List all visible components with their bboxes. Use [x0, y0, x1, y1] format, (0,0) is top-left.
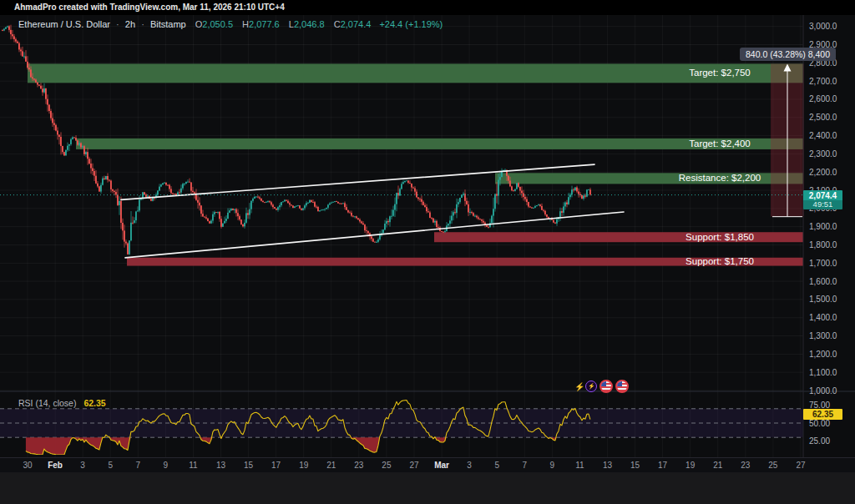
time-axis[interactable]	[0, 457, 855, 472]
time-axis-label: 21	[326, 461, 336, 470]
time-axis-label: 17	[271, 461, 281, 470]
event-markers: ⚡ ⚡	[574, 380, 631, 393]
rsi-value-badge: 62.35	[803, 409, 842, 420]
time-axis-label: 25	[382, 461, 391, 470]
time-axis-label: 11	[189, 461, 197, 470]
ohlc-high-value: 2,077.6	[249, 19, 280, 29]
symbol-title: Ethereum / U.S. Dollar	[18, 19, 110, 29]
time-axis-label: 27	[796, 461, 805, 470]
time-axis-label: 23	[741, 461, 750, 470]
price-axis-label: 2,300.0	[809, 149, 837, 159]
price-axis-label: 1,500.0	[809, 295, 837, 304]
zone-label[interactable]: Support: $1,850	[611, 231, 828, 244]
exchange-label: Bitstamp	[150, 19, 186, 29]
rsi-label: RSI (14, close)	[18, 398, 76, 408]
attribution-text: AhmadPro created with TradingView.com, M…	[14, 3, 285, 12]
zone-label[interactable]: Target: $2,750	[611, 67, 828, 79]
ohlc-high-key: H	[242, 19, 249, 29]
ohlc-low-value: 2,046.8	[294, 19, 325, 29]
price-axis-label: 1,200.0	[809, 350, 837, 359]
attribution-bar: AhmadPro created with TradingView.com, M…	[0, 0, 855, 15]
price-axis-label: 1,600.0	[809, 277, 837, 286]
interval-label: 2h	[125, 19, 135, 29]
time-axis-label: 9	[164, 461, 169, 470]
ohlc-close-key: C	[334, 19, 341, 29]
price-axis-label: 1,000.0	[809, 386, 837, 396]
time-axis-label: 19	[686, 461, 695, 470]
price-axis-label: 3,000.0	[809, 22, 837, 31]
rsi-axis-label: 50.00	[809, 419, 830, 428]
time-axis-label: 15	[244, 461, 253, 470]
price-axis-label: 1,900.0	[809, 222, 837, 231]
change-value: +24.4 (+1.19%)	[379, 19, 443, 29]
symbol-legend[interactable]: Ethereum / U.S. Dollar · 2h · Bitstamp O…	[18, 19, 443, 29]
price-axis-label: 1,400.0	[809, 313, 837, 322]
us-flag-event-icon[interactable]	[615, 380, 629, 393]
time-axis-label: 7	[522, 461, 527, 470]
zone-label[interactable]: Support: $1,750	[611, 255, 828, 268]
us-flag-event-icon[interactable]	[600, 380, 613, 393]
time-axis-label: 13	[603, 461, 612, 470]
time-axis-label: 15	[630, 461, 640, 470]
bar-countdown: 49:51	[803, 200, 842, 209]
price-axis-label: 2,600.0	[809, 94, 837, 103]
event-lightning-icon[interactable]: ⚡	[585, 381, 597, 392]
time-axis-label: 3	[80, 461, 85, 470]
last-price-badge: 2,074.4 49:51	[803, 190, 842, 209]
measure-tooltip: 840.0 (43.28%) 8,400	[740, 48, 836, 61]
price-axis-label: 2,500.0	[809, 113, 837, 122]
time-axis-label: 21	[713, 461, 722, 470]
legend-separator: ·	[116, 19, 119, 29]
time-axis-label: 7	[135, 461, 140, 470]
time-axis-label: 9	[550, 461, 555, 470]
ohlc-close-value: 2,074.4	[341, 19, 372, 29]
ohlc-open-value: 2,050.5	[202, 19, 233, 29]
zone-label[interactable]: Target: $2,400	[611, 138, 828, 150]
price-axis-label: 1,300.0	[809, 331, 837, 340]
time-axis-label: 5	[494, 461, 499, 470]
time-axis-label: 3	[467, 461, 472, 470]
footer-bar: TradingView	[0, 472, 855, 504]
time-axis-label: 25	[768, 461, 777, 470]
time-axis-label: 30	[23, 461, 32, 470]
time-axis-label: 23	[354, 461, 363, 470]
time-axis-label: 27	[409, 461, 418, 470]
time-axis-label: 13	[216, 461, 225, 470]
time-axis-label: Feb	[48, 461, 63, 470]
legend-separator: ·	[141, 19, 144, 29]
rsi-legend[interactable]: RSI (14, close) 62.35	[18, 398, 106, 408]
zone-label[interactable]: Resistance: $2,200	[611, 172, 828, 184]
time-axis-label: 17	[658, 461, 667, 470]
time-axis-label: 11	[575, 461, 584, 470]
lightning-icon[interactable]: ⚡	[574, 382, 584, 391]
time-axis-label: 19	[299, 461, 308, 470]
time-axis-label: Mar	[434, 461, 449, 470]
tradingview-chart-window: AhmadPro created with TradingView.com, M…	[0, 0, 855, 504]
price-axis-label: 1,100.0	[809, 368, 837, 377]
time-axis-label: 5	[108, 461, 113, 470]
rsi-axis-label: 25.00	[809, 436, 830, 446]
rsi-value: 62.35	[83, 398, 105, 408]
